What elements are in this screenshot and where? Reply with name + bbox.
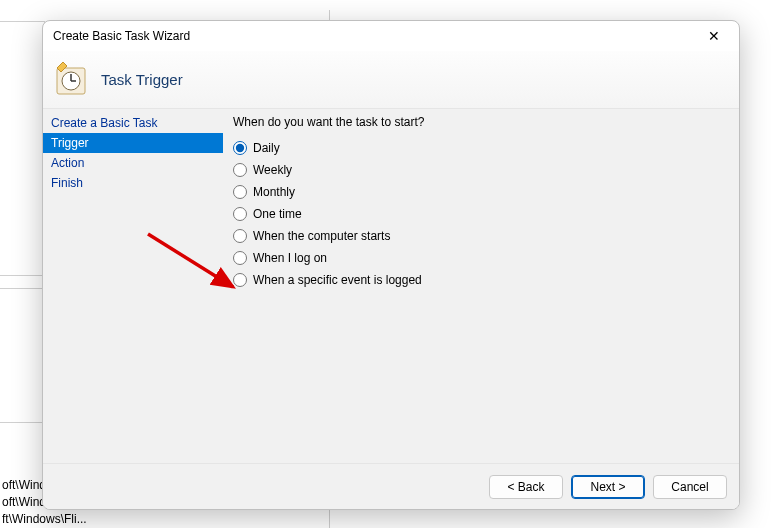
radio-log-on[interactable] [233,251,247,265]
option-label: When I log on [253,251,327,265]
radio-monthly[interactable] [233,185,247,199]
trigger-options: Daily Weekly Monthly One time When the c… [233,141,729,287]
option-label: Monthly [253,185,295,199]
option-monthly[interactable]: Monthly [233,185,729,199]
option-label: When a specific event is logged [253,273,422,287]
wizard-content: When do you want the task to start? Dail… [223,109,739,463]
radio-daily[interactable] [233,141,247,155]
option-label: One time [253,207,302,221]
option-one-time[interactable]: One time [233,207,729,221]
close-button[interactable]: ✕ [699,21,729,51]
wizard-step-title: Task Trigger [101,71,183,88]
list-item: ft\Windows\Fli... [2,511,100,528]
close-icon: ✕ [708,28,720,44]
nav-item-create-basic-task[interactable]: Create a Basic Task [43,113,223,133]
option-daily[interactable]: Daily [233,141,729,155]
back-button[interactable]: < Back [489,475,563,499]
cancel-button[interactable]: Cancel [653,475,727,499]
background-panel [0,21,45,276]
radio-specific-event[interactable] [233,273,247,287]
wizard-footer: < Back Next > Cancel [43,463,739,509]
background-panel [0,288,45,423]
option-label: Weekly [253,163,292,177]
option-log-on[interactable]: When I log on [233,251,729,265]
clock-icon [51,60,91,100]
wizard-nav: Create a Basic Task Trigger Action Finis… [43,109,223,463]
nav-item-finish[interactable]: Finish [43,173,223,193]
question-label: When do you want the task to start? [233,115,729,129]
nav-item-trigger[interactable]: Trigger [43,133,223,153]
titlebar: Create Basic Task Wizard ✕ [43,21,739,51]
option-label: Daily [253,141,280,155]
nav-item-action[interactable]: Action [43,153,223,173]
radio-computer-starts[interactable] [233,229,247,243]
option-label: When the computer starts [253,229,390,243]
radio-weekly[interactable] [233,163,247,177]
option-specific-event[interactable]: When a specific event is logged [233,273,729,287]
option-computer-starts[interactable]: When the computer starts [233,229,729,243]
radio-one-time[interactable] [233,207,247,221]
wizard-header: Task Trigger [43,51,739,109]
dialog-title: Create Basic Task Wizard [53,29,190,43]
next-button[interactable]: Next > [571,475,645,499]
option-weekly[interactable]: Weekly [233,163,729,177]
wizard-dialog: Create Basic Task Wizard ✕ Task Trigger … [42,20,740,510]
